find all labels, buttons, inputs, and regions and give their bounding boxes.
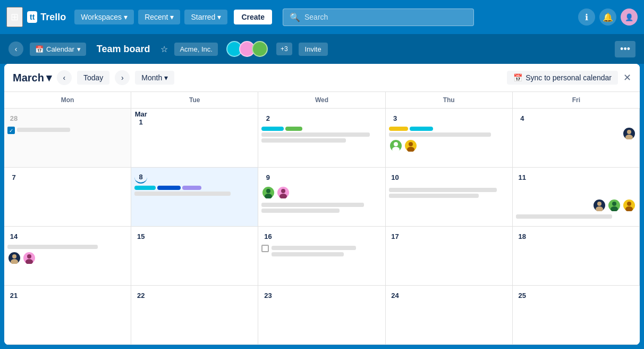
date-mar25: 25	[516, 289, 529, 302]
event-mar16-1	[272, 246, 355, 250]
date-mar9: 9	[261, 171, 274, 184]
avatar-mar9-2[interactable]	[276, 186, 290, 200]
calendar-cell-mar9[interactable]: 9	[258, 168, 385, 227]
user-avatar[interactable]: 👤	[621, 9, 638, 26]
calendar-cell-mar1[interactable]: Mar 1	[131, 109, 258, 168]
calendar-cell-feb28[interactable]: 28 ✓	[4, 109, 131, 168]
avatar-mar11-3[interactable]	[622, 198, 636, 212]
pill-purple-mar8	[182, 186, 201, 190]
event-line-1	[261, 132, 370, 137]
star-board-button[interactable]: ☆	[160, 44, 168, 54]
avatar-mar11-2[interactable]	[607, 198, 621, 212]
calendar-cell-mar16[interactable]: 16	[258, 227, 385, 286]
calendar-cell-mar15[interactable]: 15	[131, 227, 258, 286]
calendar-cell-mar7[interactable]: 7	[4, 168, 131, 227]
calendar-cell-mar21[interactable]: 21	[4, 286, 131, 345]
avatar-row-mar11	[516, 198, 636, 212]
date-mar4: 4	[516, 112, 529, 124]
calendar-days-header: Mon Tue Wed Thu Fri	[4, 92, 640, 109]
calendar-grid: Mon Tue Wed Thu Fri 28 ✓ Mar 1	[4, 92, 640, 345]
pill-blue-mar8	[134, 186, 156, 190]
calendar-cell-mar10[interactable]: 10	[386, 168, 513, 227]
more-options-button[interactable]: •••	[615, 41, 635, 57]
calendar-cell-mar4[interactable]: 4	[513, 109, 640, 168]
avatar-mar11-1[interactable]	[592, 198, 606, 212]
svg-point-1	[392, 147, 400, 152]
date-mar24: 24	[389, 289, 402, 302]
member-count-badge[interactable]: +3	[276, 43, 292, 55]
svg-point-7	[265, 194, 272, 198]
month-selector-button[interactable]: March ▾	[13, 71, 52, 84]
next-month-button[interactable]: ›	[115, 70, 130, 85]
create-button[interactable]: Create	[234, 10, 272, 24]
workspaces-button[interactable]: Workspaces ▾	[74, 10, 134, 24]
svg-point-12	[612, 202, 616, 206]
trello-logo-text: Trello	[40, 12, 66, 23]
invite-button[interactable]: Invite	[299, 43, 328, 56]
sidebar-toggle-button[interactable]: ‹	[9, 41, 23, 56]
date-feb28: 28	[7, 112, 20, 124]
calendar-cell-mar25[interactable]: 25	[513, 286, 640, 345]
trello-logo[interactable]: tt Trello	[27, 11, 66, 23]
calendar-cell-mar3[interactable]: 3	[386, 109, 513, 168]
calendar-cell-mar11[interactable]: 11	[513, 168, 640, 227]
date-mar14: 14	[7, 230, 20, 243]
trello-logo-icon: tt	[27, 11, 37, 23]
event-mar10-1	[389, 188, 497, 192]
avatar-mar4-1[interactable]	[622, 127, 636, 140]
starred-button[interactable]: Starred ▾	[184, 10, 227, 24]
day-header-wed: Wed	[258, 92, 385, 108]
event-mar9-1	[261, 203, 363, 207]
avatar-mar14-2[interactable]	[22, 251, 36, 265]
svg-point-14	[627, 202, 631, 206]
info-button[interactable]: ℹ	[578, 9, 595, 26]
date-mar2: 2	[261, 112, 274, 124]
calendar-view-button[interactable]: 📅 Calendar ▾	[30, 43, 86, 56]
close-calendar-button[interactable]: ✕	[623, 72, 631, 84]
search-icon: 🔍	[290, 12, 300, 22]
search-input[interactable]	[304, 13, 467, 21]
avatar-mar3-1[interactable]	[389, 139, 403, 153]
calendar-cell-mar17[interactable]: 17	[386, 227, 513, 286]
search-bar[interactable]: 🔍	[283, 9, 474, 26]
event-feb28-1[interactable]: ✓	[7, 127, 128, 134]
svg-point-17	[11, 259, 18, 264]
calendar-cell-mar14[interactable]: 14	[4, 227, 131, 286]
calendar-cell-mar24[interactable]: 24	[386, 286, 513, 345]
board-title: Team board	[97, 44, 150, 55]
calendar-cell-mar8[interactable]: 8	[131, 168, 258, 227]
svg-point-0	[394, 142, 398, 146]
calendar-cell-mar23[interactable]: 23	[258, 286, 385, 345]
today-button[interactable]: Today	[77, 71, 109, 85]
event-line-2	[261, 138, 345, 143]
avatar-mar9-1[interactable]	[261, 186, 275, 200]
calendar-cell-mar18[interactable]: 18	[513, 227, 640, 286]
event-line-thu3-1	[389, 132, 491, 137]
event-mar10-2	[389, 194, 479, 198]
event-pills-mar2	[261, 127, 382, 131]
svg-point-5	[625, 135, 633, 139]
svg-point-10	[597, 202, 601, 206]
nav-right-actions: ℹ 🔔 👤	[578, 9, 638, 26]
workspace-badge[interactable]: Acme, Inc.	[174, 43, 217, 56]
calendar-cell-mar2[interactable]: 2	[258, 109, 385, 168]
member-avatar-3[interactable]	[252, 41, 268, 57]
notifications-button[interactable]: 🔔	[599, 9, 616, 26]
view-selector-button[interactable]: Month ▾	[135, 71, 174, 85]
date-mar16: 16	[261, 230, 274, 243]
svg-point-19	[26, 259, 33, 264]
event-text	[17, 128, 70, 132]
board-navigation: ‹ 📅 Calendar ▾ Team board ☆ Acme, Inc. +…	[0, 34, 644, 64]
sync-calendar-button[interactable]: 📅 Sync to personal calendar	[507, 71, 618, 85]
grid-icon[interactable]: ⊞	[6, 7, 23, 27]
calendar-body: 28 ✓ Mar 1 2	[4, 109, 640, 345]
prev-month-button[interactable]: ‹	[57, 70, 72, 85]
avatar-mar14-1[interactable]	[7, 251, 21, 265]
event-mar11-1	[516, 214, 612, 219]
day-header-mon: Mon	[4, 92, 131, 108]
avatar-mar3-2[interactable]	[404, 139, 418, 153]
recent-button[interactable]: Recent ▾	[138, 10, 180, 24]
date-mar1: Mar 1	[134, 112, 147, 124]
calendar-cell-mar22[interactable]: 22	[131, 286, 258, 345]
sync-calendar-icon: 📅	[513, 73, 522, 82]
